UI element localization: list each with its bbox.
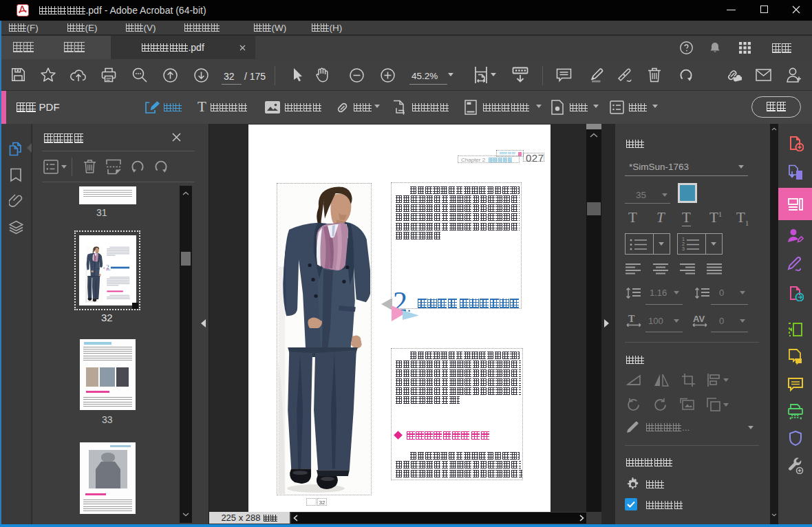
svg-text:1: 1 xyxy=(682,237,685,241)
svg-text:3: 3 xyxy=(682,246,685,251)
svg-text:2: 2 xyxy=(682,241,685,246)
svg-text:T: T xyxy=(628,314,635,324)
svg-text:AV: AV xyxy=(693,314,705,324)
